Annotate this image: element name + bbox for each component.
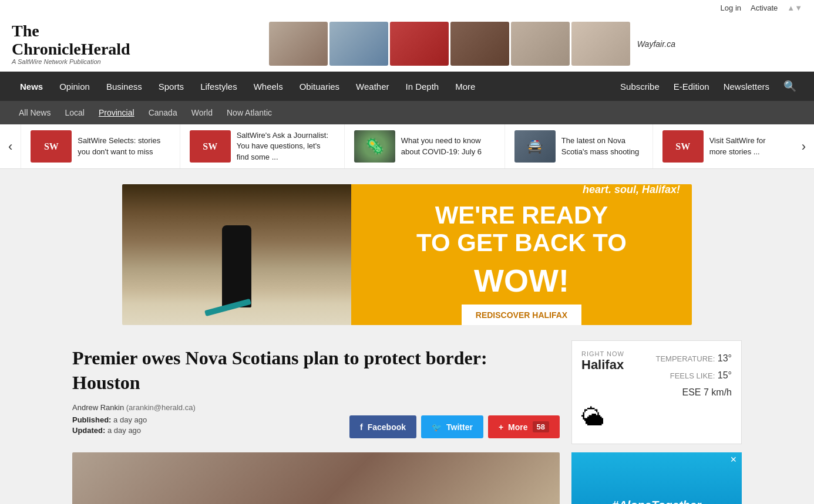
weather-label: RIGHT NOW bbox=[581, 350, 624, 357]
ad-image bbox=[122, 184, 351, 325]
weather-icon: 🌥 bbox=[581, 404, 732, 431]
facebook-share-button[interactable]: f Facebook bbox=[349, 415, 416, 438]
header-ad-img-3 bbox=[390, 22, 449, 66]
sidebar-advertisement: ✕ #AloneTogether bbox=[571, 452, 742, 504]
ticker-item-4[interactable]: 🚔 The latest on Nova Scotia's mass shoot… bbox=[504, 124, 652, 168]
ticker-next-button[interactable]: › bbox=[793, 124, 814, 168]
facebook-label: Facebook bbox=[368, 422, 406, 432]
nav-item-news[interactable]: News bbox=[12, 73, 51, 100]
ticker-items: SW SaltWire Selects: stories you don't w… bbox=[21, 124, 793, 168]
nav-right: Subscribe E-Edition Newsletters 🔍 bbox=[614, 72, 802, 101]
twitter-bird-icon: 🐦 bbox=[432, 422, 442, 432]
activate-link[interactable]: Activate bbox=[751, 4, 778, 12]
published-line: Published: a day ago bbox=[72, 415, 147, 424]
plus-icon: + bbox=[499, 422, 503, 432]
nav-item-more[interactable]: More bbox=[447, 73, 483, 100]
ticker-thumb-2: SW bbox=[190, 130, 231, 163]
article-sidebar: RIGHT NOW Halifax TEMPERATURE: 13° FEELS… bbox=[571, 340, 742, 504]
article-dates: Published: a day ago Updated: a day ago bbox=[72, 415, 147, 437]
newsletters-link[interactable]: Newsletters bbox=[718, 73, 775, 100]
ticker-title-2: SaltWire's Ask a Journalist: You have qu… bbox=[237, 130, 335, 163]
ad-tagline1: WE'RE READY TO GET BACK TO bbox=[416, 202, 627, 256]
logo[interactable]: The ChronicleHerald A SaltWire Network P… bbox=[12, 22, 130, 66]
article-image bbox=[72, 452, 560, 504]
ad-content: heart. soul, Halifax! WE'RE READY TO GET… bbox=[351, 184, 692, 325]
nav-item-obituaries[interactable]: Obituaries bbox=[291, 73, 348, 100]
ticker-thumb-5: SW bbox=[662, 130, 704, 163]
updated-line: Updated: a day ago bbox=[72, 426, 147, 435]
published-value: a day ago bbox=[113, 415, 147, 424]
wind-info: ESE 7 km/h bbox=[655, 384, 732, 401]
subnav-allnews[interactable]: All News bbox=[12, 101, 58, 124]
ticker-thumb-4: 🚔 bbox=[514, 130, 556, 163]
article-author: Andrew Rankin bbox=[72, 403, 124, 412]
ticker-item-5[interactable]: SW Visit SaltWire for more stories ... bbox=[652, 124, 793, 168]
advertisement-banner: heart. soul, Halifax! WE'RE READY TO GET… bbox=[122, 184, 692, 325]
twitter-label: Twitter bbox=[446, 422, 473, 432]
facebook-icon: f bbox=[360, 422, 363, 432]
subnav-nowatlantic[interactable]: Now Atlantic bbox=[220, 101, 279, 124]
top-bar: Log in Activate ▲▼ bbox=[0, 0, 814, 16]
subnav-canada[interactable]: Canada bbox=[142, 101, 184, 124]
temperature-value: 13° bbox=[718, 353, 732, 363]
ad-brand: heart. soul, Halifax! bbox=[583, 184, 680, 196]
header-ad-img-6 bbox=[571, 22, 630, 66]
alone-together-text: #AloneTogether bbox=[612, 499, 701, 504]
login-link[interactable]: Log in bbox=[721, 4, 741, 12]
wayfair-label: Wayfair.ca bbox=[637, 39, 675, 49]
ticker-item-2[interactable]: SW SaltWire's Ask a Journalist: You have… bbox=[180, 124, 344, 168]
ad-icon: ▲▼ bbox=[787, 4, 802, 12]
twitter-share-button[interactable]: 🐦 Twitter bbox=[421, 415, 483, 438]
more-share-button[interactable]: + More 58 bbox=[488, 415, 560, 438]
social-buttons: f Facebook 🐦 Twitter + More 58 bbox=[349, 415, 560, 438]
article-main: Premier owes Nova Scotians plan to prote… bbox=[72, 340, 560, 504]
ad-wow: WOW! bbox=[474, 262, 569, 299]
ticker-title-5: Visit SaltWire for more stories ... bbox=[709, 136, 784, 157]
main-nav: News Opinion Business Sports Lifestyles … bbox=[0, 72, 814, 101]
search-button[interactable]: 🔍 bbox=[778, 72, 802, 101]
more-label: More bbox=[508, 422, 527, 432]
logo-title: The ChronicleHerald bbox=[12, 22, 130, 59]
ad-surfer-image bbox=[122, 184, 351, 325]
ad-close-button[interactable]: ✕ bbox=[730, 455, 737, 464]
updated-value: a day ago bbox=[107, 426, 141, 435]
header-ad-img-2 bbox=[329, 22, 388, 66]
logo-name: ChronicleHerald bbox=[12, 40, 130, 58]
ticker-item-3[interactable]: 🦠 What you need to know about COVID-19: … bbox=[344, 124, 504, 168]
nav-item-lifestyles[interactable]: Lifestyles bbox=[192, 73, 245, 100]
header-ad-img-1 bbox=[269, 22, 328, 66]
subnav-world[interactable]: World bbox=[184, 101, 220, 124]
header: The ChronicleHerald A SaltWire Network P… bbox=[0, 16, 814, 72]
ad-button[interactable]: REDISCOVER HALIFAX bbox=[462, 305, 581, 325]
updated-label: Updated: bbox=[72, 426, 105, 435]
header-advertisement: Wayfair.ca bbox=[142, 22, 802, 66]
logo-subtitle: A SaltWire Network Publication bbox=[12, 58, 130, 65]
ticker-title-3: What you need to know about COVID-19: Ju… bbox=[401, 136, 495, 157]
feels-like-label: FEELS LIKE: bbox=[670, 371, 715, 380]
nav-item-wheels[interactable]: Wheels bbox=[245, 73, 291, 100]
sub-nav: All News Local Provincial Canada World N… bbox=[0, 101, 814, 124]
header-ad-img-4 bbox=[450, 22, 509, 66]
eedition-link[interactable]: E-Edition bbox=[668, 73, 715, 100]
nav-item-opinion[interactable]: Opinion bbox=[51, 73, 98, 100]
ticker-prev-button[interactable]: ‹ bbox=[0, 124, 21, 168]
ticker-title-4: The latest on Nova Scotia's mass shootin… bbox=[561, 136, 643, 157]
subscribe-link[interactable]: Subscribe bbox=[614, 73, 665, 100]
feels-like-value: 15° bbox=[718, 370, 732, 380]
article-title: Premier owes Nova Scotians plan to prote… bbox=[72, 346, 560, 395]
ticker-item-1[interactable]: SW SaltWire Selects: stories you don't w… bbox=[21, 124, 179, 168]
published-label: Published: bbox=[72, 415, 111, 424]
temperature-label: TEMPERATURE: bbox=[655, 354, 715, 363]
subnav-local[interactable]: Local bbox=[58, 101, 91, 124]
article-email: (arankin@herald.ca) bbox=[126, 403, 196, 412]
content-area: Premier owes Nova Scotians plan to prote… bbox=[60, 340, 754, 504]
header-ad-img-5 bbox=[511, 22, 570, 66]
weather-city: Halifax bbox=[581, 357, 624, 373]
nav-item-indepth[interactable]: In Depth bbox=[397, 73, 447, 100]
nav-item-business[interactable]: Business bbox=[98, 73, 150, 100]
subnav-provincial[interactable]: Provincial bbox=[92, 101, 142, 124]
nav-item-weather[interactable]: Weather bbox=[348, 73, 397, 100]
ticker-title-1: SaltWire Selects: stories you don't want… bbox=[78, 136, 170, 157]
ticker-thumb-1: SW bbox=[31, 130, 72, 163]
nav-item-sports[interactable]: Sports bbox=[150, 73, 192, 100]
